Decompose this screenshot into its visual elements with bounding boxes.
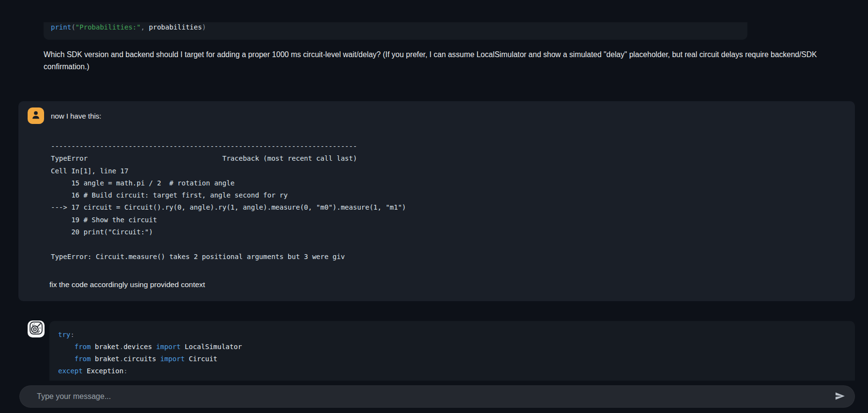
- user-intro-text: now I have this:: [51, 112, 101, 120]
- user-avatar: [28, 107, 44, 124]
- bot-emblem-icon: [29, 321, 43, 337]
- assistant-code-block: try: from braket.devices import LocalSim…: [49, 321, 855, 381]
- assistant-avatar: [28, 321, 45, 337]
- user-outro-text: fix the code accordingly using provided …: [49, 280, 855, 289]
- user-message-card: now I have this: -----------------------…: [18, 101, 855, 301]
- composer: [19, 385, 855, 408]
- code-line: print("Probabilities:", probabilities): [44, 22, 747, 33]
- send-button[interactable]: [834, 390, 854, 403]
- message-input[interactable]: [20, 392, 834, 401]
- person-icon: [31, 109, 41, 122]
- error-traceback: ----------------------------------------…: [51, 140, 855, 263]
- send-arrow-icon: [834, 390, 846, 403]
- partial-code-block: print("Probabilities:", probabilities): [44, 22, 747, 40]
- assistant-question: Which SDK version and backend should I t…: [44, 48, 863, 73]
- user-message-header: now I have this:: [18, 101, 855, 124]
